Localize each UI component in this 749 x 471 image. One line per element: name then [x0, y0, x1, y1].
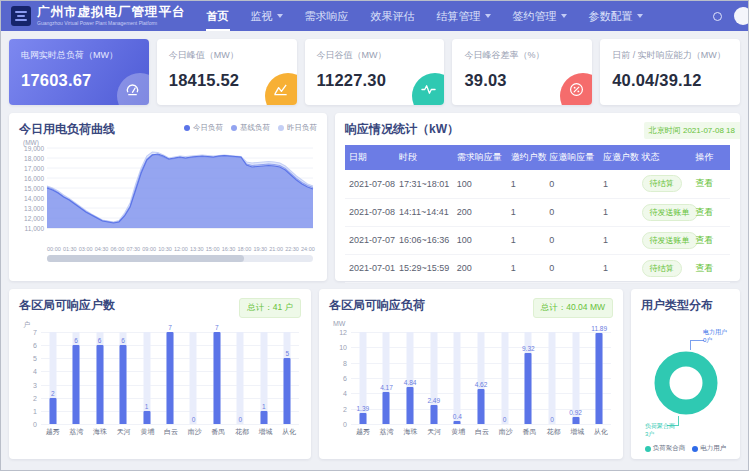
load-curve-panel: 今日用电负荷曲线 今日负荷基线负荷昨日负荷 11,00012,00013,000…: [9, 113, 327, 281]
bar: [454, 421, 461, 424]
legend-item[interactable]: 昨日负荷: [278, 123, 317, 133]
cell-accepted_users: 1: [599, 170, 638, 198]
nav-item-settlement[interactable]: 结算管理: [426, 1, 502, 31]
data-zoom-slider[interactable]: [47, 255, 313, 262]
bar-column: 1.39: [351, 332, 375, 424]
cell-invited: 1: [507, 170, 546, 198]
kpi-value: 40.04/39.12: [612, 71, 728, 90]
view-link[interactable]: 查看: [695, 235, 713, 245]
district-load-total-badge: 总计：40.04 MW: [533, 298, 613, 318]
bar-column: 6: [88, 332, 111, 424]
response-table-header: 日期时段需求响应量邀约户数应邀响应量应邀户数状态操作: [345, 145, 730, 170]
bar: [572, 417, 579, 424]
cell-invited: 1: [507, 254, 546, 282]
category-label: 南沙: [494, 427, 518, 437]
avatar[interactable]: [734, 7, 749, 25]
svg-text:18,000: 18,000: [24, 155, 44, 162]
view-link[interactable]: 查看: [695, 178, 713, 188]
legend-item[interactable]: 电力用户: [692, 444, 726, 453]
table-row: 2021-07-0814:11~14:41200101待发送账单查看: [345, 198, 730, 226]
x-tick-label: 01:30: [63, 246, 77, 252]
cell-period: 14:11~14:41: [395, 198, 453, 226]
x-tick-label: 07:30: [126, 246, 140, 252]
category-label: 白云: [159, 427, 183, 437]
x-tick-label: 10:30: [158, 246, 172, 252]
y-tick-label: 12: [329, 329, 347, 336]
cell-accepted_users: 1: [599, 226, 638, 254]
kpi-label: 今日峰谷差率（%）: [464, 49, 580, 62]
kpi-label: 电网实时总负荷（MW）: [21, 49, 137, 62]
view-link[interactable]: 查看: [695, 263, 713, 273]
column-header: 邀约户数: [507, 145, 546, 170]
bar-column: 4.84: [398, 332, 422, 424]
x-tick-label: 16:30: [222, 246, 236, 252]
bar-value-label: 4.17: [380, 384, 393, 391]
kpi-card-realtime-total-load: 电网实时总负荷（MW） 17603.67: [9, 39, 149, 105]
bar-value-label: 6: [121, 337, 125, 344]
bar: [96, 345, 103, 424]
y-tick-label: 10: [329, 344, 347, 351]
y-axis-unit: MW: [333, 320, 345, 327]
bar-value-label: 2.49: [427, 397, 440, 404]
status-badge: 待发送账单: [642, 204, 698, 221]
y-tick-label: 6: [329, 375, 347, 382]
x-tick-label: 21:00: [269, 246, 283, 252]
top-navbar: 广州市虚拟电厂管理平台 Guangzhou Virtual Power Plan…: [1, 1, 748, 31]
x-tick-label: 13:30: [190, 246, 204, 252]
y-tick-label: 2: [19, 395, 37, 402]
category-label: 黄埔: [136, 427, 160, 437]
column-header: 应邀响应量: [545, 145, 599, 170]
legend-item[interactable]: 负荷聚合商: [645, 444, 686, 453]
cell-accepted_users: 1: [599, 198, 638, 226]
notification-icon[interactable]: [713, 12, 722, 21]
bar-value-label: 4.62: [475, 381, 488, 388]
donut-callout-line-power: [690, 340, 704, 350]
x-tick-label: 06:00: [111, 246, 125, 252]
bar-column: 2: [41, 332, 64, 424]
bar-value-label: 1: [145, 403, 149, 410]
nav-item-effect-evaluation[interactable]: 效果评估: [360, 1, 426, 31]
legend-item[interactable]: 今日负荷: [184, 123, 223, 133]
x-tick-label: 24:00: [301, 246, 315, 252]
cell-invited: 1: [507, 226, 546, 254]
beijing-time-badge: 北京时间 2021-07-08 18: [644, 122, 740, 139]
column-header: 时段: [395, 145, 453, 170]
bar-column: 7: [158, 332, 181, 424]
view-link[interactable]: 查看: [695, 207, 713, 217]
load-curve-title: 今日用电负荷曲线: [19, 121, 115, 138]
column-header: 操作: [691, 145, 730, 170]
y-axis-unit: 户: [23, 320, 30, 330]
nav-item-demand-response[interactable]: 需求响应: [294, 1, 360, 31]
y-tick-label: 4: [329, 390, 347, 397]
bar-value-label: 0: [503, 416, 507, 423]
load-curve-svg: 11,00012,00013,00014,00015,00016,00017,0…: [19, 138, 317, 242]
column-header: 日期: [345, 145, 395, 170]
chevron-down-icon: [637, 14, 643, 18]
column-header: 需求响应量: [453, 145, 507, 170]
district-users-total-badge: 总计：41 户: [239, 298, 301, 318]
response-table: 日期时段需求响应量邀约户数应邀响应量应邀户数状态操作 2021-07-0817:…: [345, 145, 730, 283]
data-zoom-selection[interactable]: [47, 255, 244, 262]
app-logo-text: 广州市虚拟电厂管理平台 Guangzhou Virtual Power Plan…: [37, 6, 186, 26]
cell-demand: 100: [453, 170, 507, 198]
category-label: 天河: [112, 427, 136, 437]
cell-accepted: 0: [545, 226, 599, 254]
app-subtitle: Guangzhou Virtual Power Plant Management…: [37, 21, 186, 26]
nav-item-contract[interactable]: 签约管理: [502, 1, 578, 31]
kpi-row: 电网实时总负荷（MW） 17603.67 今日峰值（MW） 18415.52 今…: [9, 39, 740, 105]
y-tick-label: 5: [19, 355, 37, 362]
bar: [213, 332, 220, 424]
category-label: 花都: [230, 427, 254, 437]
district-users-panel: 各区局可响应户数 总计：41 户 01234567户26661707015 越秀…: [9, 289, 311, 459]
svg-text:12,000: 12,000: [24, 215, 44, 222]
cell-date: 2021-07-08: [345, 170, 395, 198]
svg-text:15,000: 15,000: [24, 185, 44, 192]
nav-item-home[interactable]: 首页: [196, 1, 240, 31]
bar-column: 1: [252, 332, 275, 424]
nav-item-params[interactable]: 参数配置: [578, 1, 654, 31]
legend-item[interactable]: 基线负荷: [231, 123, 270, 133]
y-tick-label: 3: [19, 382, 37, 389]
bar-value-label: 0: [550, 416, 554, 423]
nav-item-monitor[interactable]: 监视: [240, 1, 294, 31]
kpi-card-today-peak: 今日峰值（MW） 18415.52: [157, 39, 297, 105]
